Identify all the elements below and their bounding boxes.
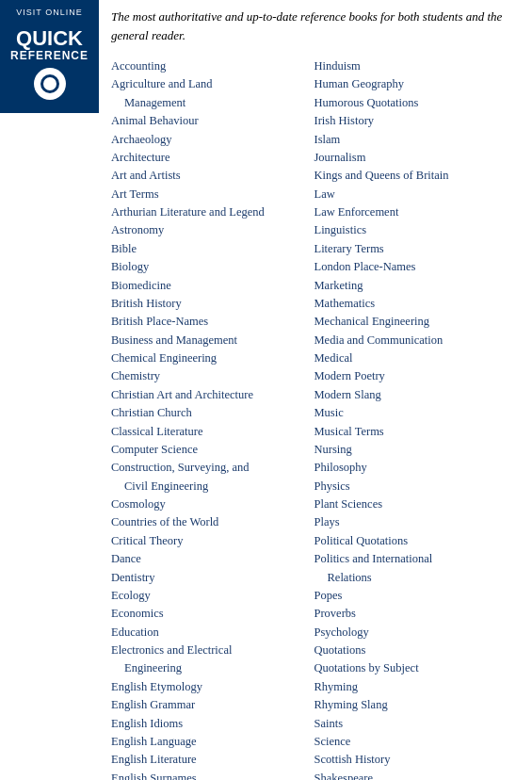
reference-label: REFERENCE	[6, 49, 93, 62]
column-left: AccountingAgriculture and LandManagement…	[111, 57, 314, 780]
list-item: Bible	[111, 240, 307, 258]
oxford-badge: VISIT ONLINE OXFORD QUICK REFERENCE	[0, 0, 99, 113]
list-item: Quotations	[314, 642, 510, 659]
list-item: Nursing	[314, 441, 510, 459]
quick-label: QUICK	[6, 28, 93, 49]
list-item: Archaeology	[111, 131, 307, 149]
list-item: Philosophy	[314, 459, 510, 477]
list-item: Christian Art and Architecture	[111, 386, 307, 404]
list-item: Computer Science	[111, 441, 307, 459]
list-item: Relations	[314, 569, 510, 587]
badge-circle-inner	[40, 74, 59, 93]
list-item: Politics and International	[314, 550, 510, 568]
list-item: Law Enforcement	[314, 203, 510, 221]
list-item: Chemical Engineering	[111, 349, 307, 367]
list-item: Agriculture and Land	[111, 75, 307, 93]
list-item: Architecture	[111, 149, 307, 167]
list-item: Saints	[314, 715, 510, 733]
list-item: Scottish History	[314, 751, 510, 769]
list-item: Irish History	[314, 112, 510, 130]
list-item: Dentistry	[111, 569, 307, 587]
list-item: Proverbs	[314, 605, 510, 623]
list-item: London Place-Names	[314, 258, 510, 276]
list-item: Animal Behaviour	[111, 112, 307, 130]
list-item: Ecology	[111, 587, 307, 605]
list-item: Literary Terms	[314, 240, 510, 258]
list-item: Popes	[314, 587, 510, 605]
list-item: Biomedicine	[111, 277, 307, 295]
list-item: Plant Sciences	[314, 496, 510, 513]
list-item: English Idioms	[111, 715, 307, 733]
list-item: Astronomy	[111, 221, 307, 239]
list-item: Medical	[314, 349, 510, 367]
list-item: Rhyming Slang	[314, 696, 510, 714]
badge-circle	[34, 68, 66, 100]
list-item: Linguistics	[314, 221, 510, 239]
list-item: Rhyming	[314, 678, 510, 696]
list-item: English Etymology	[111, 678, 307, 696]
list-item: Construction, Surveying, and	[111, 459, 307, 477]
list-item: Management	[111, 94, 307, 112]
list-item: Plays	[314, 513, 510, 531]
list-item: Mechanical Engineering	[314, 313, 510, 331]
intro-text: The most authoritative and up-to-date re…	[111, 8, 517, 44]
list-item: Chemistry	[111, 367, 307, 385]
list-item: Engineering	[111, 659, 307, 677]
visit-online-label: VISIT ONLINE	[0, 0, 99, 26]
list-item: English Language	[111, 733, 307, 751]
main-content: The most authoritative and up-to-date re…	[111, 0, 532, 780]
list-item: Christian Church	[111, 404, 307, 422]
list-item: Mathematics	[314, 295, 510, 313]
list-item: Physics	[314, 478, 510, 496]
list-item: Biology	[111, 258, 307, 276]
list-item: Science	[314, 733, 510, 751]
list-item: Economics	[111, 605, 307, 623]
list-item: British History	[111, 295, 307, 313]
list-item: Kings and Queens of Britain	[314, 167, 510, 185]
list-item: Countries of the World	[111, 513, 307, 531]
list-item: Human Geography	[314, 75, 510, 93]
list-item: Accounting	[111, 57, 307, 75]
columns-container: AccountingAgriculture and LandManagement…	[111, 57, 517, 780]
list-item: English Surnames	[111, 770, 307, 780]
list-item: Marketing	[314, 277, 510, 295]
list-item: Journalism	[314, 149, 510, 167]
list-item: Dance	[111, 550, 307, 568]
list-item: Civil Engineering	[111, 478, 307, 496]
list-item: Classical Literature	[111, 423, 307, 441]
list-item: Electronics and Electrical	[111, 642, 307, 659]
list-item: Modern Slang	[314, 386, 510, 404]
list-item: Critical Theory	[111, 532, 307, 550]
list-item: Cosmology	[111, 496, 307, 513]
list-item: Media and Communication	[314, 332, 510, 349]
list-item: Political Quotations	[314, 532, 510, 550]
list-item: English Literature	[111, 751, 307, 769]
list-item: British Place-Names	[111, 313, 307, 331]
list-item: Humorous Quotations	[314, 94, 510, 112]
list-item: Art and Artists	[111, 167, 307, 185]
list-item: Modern Poetry	[314, 367, 510, 385]
list-item: Arthurian Literature and Legend	[111, 203, 307, 221]
list-item: Music	[314, 404, 510, 422]
list-item: Hinduism	[314, 57, 510, 75]
list-item: Shakespeare	[314, 770, 510, 780]
list-item: Business and Management	[111, 332, 307, 349]
list-item: Quotations by Subject	[314, 659, 510, 677]
list-item: English Grammar	[111, 696, 307, 714]
list-item: Psychology	[314, 624, 510, 642]
list-item: Islam	[314, 131, 510, 149]
list-item: Education	[111, 624, 307, 642]
column-right: HinduismHuman GeographyHumorous Quotatio…	[314, 57, 518, 780]
list-item: Law	[314, 186, 510, 203]
list-item: Musical Terms	[314, 423, 510, 441]
list-item: Art Terms	[111, 186, 307, 203]
